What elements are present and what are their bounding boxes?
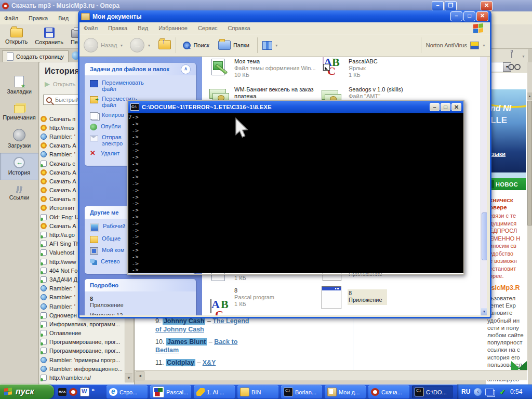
- taskbar-button[interactable]: Borlan...: [281, 385, 322, 398]
- page-scroll-up-icon[interactable]: ▲: [527, 92, 532, 100]
- rail-icon: [13, 129, 25, 141]
- quick-launch-icon[interactable]: [69, 388, 77, 396]
- norton-dropdown-icon[interactable]: ▼: [482, 44, 486, 47]
- opera-restore-button[interactable]: ❐: [445, 1, 457, 11]
- banner-text-line2: LLE: [490, 115, 507, 126]
- opera-close-button[interactable]: ✕: [481, 1, 493, 11]
- antivirus-tray-icon[interactable]: ✓: [499, 388, 506, 396]
- page-scroll-thumb[interactable]: [527, 101, 532, 225]
- forward-dropdown-icon[interactable]: ▼: [147, 44, 151, 47]
- artist-link[interactable]: Coldplay: [166, 359, 195, 366]
- mydocs-menu-item[interactable]: Сервис: [198, 25, 218, 31]
- history-item[interactable]: Информатика, программ...: [41, 320, 126, 328]
- mydocs-minimize-button[interactable]: –: [450, 11, 462, 21]
- history-scroll-down-icon[interactable]: ▼: [125, 374, 132, 382]
- tray-chevron-icon[interactable]: ‹: [474, 388, 482, 396]
- history-item[interactable]: Rambler: информационно...: [41, 364, 126, 373]
- views-icon[interactable]: [262, 41, 272, 50]
- console-line: ->: [128, 207, 463, 214]
- history-item-icon: [41, 187, 47, 193]
- rail-item[interactable]: Примечания: [0, 99, 38, 125]
- banner-link[interactable]: зыки: [491, 151, 506, 157]
- details-file-name: 8: [90, 296, 193, 302]
- start-button[interactable]: пуск: [0, 384, 54, 399]
- mydocs-menu-item[interactable]: Файл: [84, 25, 98, 31]
- task-item-icon: [90, 124, 97, 130]
- trash-dropdown-icon[interactable]: ▼: [522, 55, 525, 58]
- quick-launch-overflow-icon[interactable]: »: [91, 387, 95, 393]
- forward-button[interactable]: →: [130, 38, 144, 52]
- console-line: ->: [128, 267, 463, 273]
- history-item[interactable]: Программирование, прог...: [41, 347, 126, 355]
- tab-new-page[interactable]: Создать страницу: [2, 50, 69, 62]
- files-scroll-down-icon[interactable]: ▼: [481, 308, 487, 315]
- quick-launch-icon[interactable]: [80, 388, 89, 396]
- history-item[interactable]: http://rambler.ru/: [41, 373, 126, 382]
- taskbar-button[interactable]: Стро...: [107, 385, 148, 398]
- history-item[interactable]: Программирование, прог...: [41, 338, 126, 347]
- back-dropdown-icon[interactable]: ▼: [120, 44, 124, 47]
- artist-link[interactable]: James Blunt: [166, 338, 207, 345]
- console-maximize-button[interactable]: □: [441, 103, 450, 111]
- views-dropdown-icon[interactable]: ▼: [275, 44, 278, 47]
- rail-item[interactable]: История: [0, 153, 38, 180]
- task-item-icon: [90, 80, 98, 87]
- page-scroll-left-icon[interactable]: ◄: [136, 371, 144, 380]
- taskbar-button[interactable]: Pascal...: [150, 385, 191, 398]
- page-hscrollbar[interactable]: ◄: [135, 370, 527, 380]
- console-titlebar[interactable]: C:\ C:\DOCUME~1\TERROR~1.ETE\C316~1\8.EX…: [128, 101, 463, 113]
- quick-launch-icon[interactable]: [58, 388, 66, 396]
- opera-titlebar[interactable]: Скачать mp3 - MusicMp3.ru - Опера – ❐ ✕: [0, 0, 532, 11]
- back-button[interactable]: ←: [84, 38, 98, 52]
- taskbar-button[interactable]: BIN: [237, 385, 278, 398]
- rail-item[interactable]: Закладки: [0, 72, 38, 99]
- mydocs-titlebar[interactable]: Мои документы – □ ✕: [79, 10, 490, 22]
- trash-icon[interactable]: [511, 51, 512, 58]
- console-minimize-button[interactable]: –: [430, 103, 440, 111]
- history-item[interactable]: Оглавление: [41, 329, 126, 338]
- taskbar-button[interactable]: Скача...: [368, 385, 409, 398]
- mydocs-menu-item[interactable]: Правка: [108, 25, 127, 31]
- taskbar-button[interactable]: C:\DO...: [412, 385, 453, 398]
- mydocs-close-button[interactable]: ✕: [476, 11, 488, 21]
- language-indicator[interactable]: RU: [461, 388, 470, 395]
- history-item-icon: [41, 125, 47, 131]
- files-vscrollbar[interactable]: ▼: [481, 57, 487, 315]
- opera-menu-item[interactable]: Файл: [4, 15, 18, 21]
- page-banner-image[interactable]: nd NI LLE зыки: [488, 89, 526, 172]
- rail-item[interactable]: Ссылки: [0, 180, 38, 205]
- page-vscrollbar[interactable]: ▲: [527, 62, 532, 370]
- opera-menu-item[interactable]: Правка: [29, 15, 48, 21]
- taskbar-button[interactable]: 1. Ai ...: [194, 385, 235, 398]
- network-tray-icon[interactable]: [485, 389, 494, 395]
- mydocs-menu-item[interactable]: Избранное: [158, 25, 188, 31]
- album-link[interactable]: X&Y: [203, 359, 216, 366]
- news-banner[interactable]: НОВОС: [488, 178, 526, 190]
- search-button[interactable]: Поиск: [183, 42, 209, 49]
- console-close-button[interactable]: ✕: [451, 103, 461, 111]
- files-scroll-thumb[interactable]: [482, 212, 487, 260]
- mydocs-menu-item[interactable]: Справка: [228, 25, 250, 31]
- up-button[interactable]: ↑: [158, 40, 171, 50]
- norton-antivirus-button[interactable]: Norton AntiVirus ▼: [426, 42, 486, 49]
- opera-save-button[interactable]: Сохранить: [35, 26, 63, 48]
- history-item[interactable]: Rambler: 'примеры прогр...: [41, 355, 126, 364]
- file-tasks-header[interactable]: Задачи для файлов и папок ∧: [85, 63, 196, 75]
- task-item[interactable]: Переименовать файл: [90, 79, 193, 92]
- mydocs-menu-item[interactable]: Вид: [138, 25, 148, 31]
- taskbar-button[interactable]: Мои д...: [325, 385, 366, 398]
- clock[interactable]: 0:54: [510, 388, 522, 395]
- console-line: ->: [128, 221, 463, 228]
- mydocs-maximize-button[interactable]: □: [463, 11, 475, 21]
- collapse-chevron-icon[interactable]: ∧: [181, 64, 191, 74]
- console-body[interactable]: 7-> -> -> -> -> -> -> -> -> -> -> -> -> …: [128, 113, 463, 273]
- opera-minimize-button[interactable]: –: [432, 1, 444, 11]
- console-line: ->: [128, 167, 463, 174]
- rail-item[interactable]: Загрузки: [0, 125, 38, 153]
- opera-menu-item[interactable]: Вид: [58, 15, 69, 21]
- details-header[interactable]: Подробно: [85, 279, 196, 291]
- history-open-button[interactable]: ▶ Открыть: [45, 80, 75, 88]
- folders-button[interactable]: Папки: [218, 41, 249, 50]
- opera-open-button[interactable]: Открыть: [5, 26, 28, 48]
- artist-link[interactable]: Johnny Cash: [163, 317, 206, 325]
